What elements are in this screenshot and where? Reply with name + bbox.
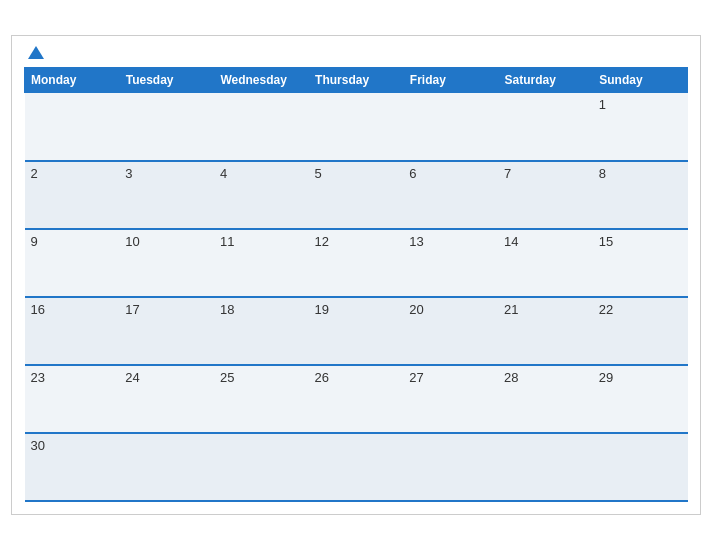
day-cell: [119, 433, 214, 501]
day-cell: 14: [498, 229, 593, 297]
weekday-header-monday: Monday: [25, 68, 120, 93]
day-number: 12: [315, 234, 329, 249]
week-row-5: 30: [25, 433, 688, 501]
day-cell: [593, 433, 688, 501]
day-number: 16: [31, 302, 45, 317]
day-number: 9: [31, 234, 38, 249]
day-cell: 15: [593, 229, 688, 297]
day-cell: 19: [309, 297, 404, 365]
day-number: 20: [409, 302, 423, 317]
day-number: 5: [315, 166, 322, 181]
day-number: 1: [599, 97, 606, 112]
calendar-tbody: 1234567891011121314151617181920212223242…: [25, 93, 688, 501]
day-number: 21: [504, 302, 518, 317]
week-row-4: 23242526272829: [25, 365, 688, 433]
day-cell: 26: [309, 365, 404, 433]
day-cell: 5: [309, 161, 404, 229]
day-cell: 20: [403, 297, 498, 365]
weekday-header-tuesday: Tuesday: [119, 68, 214, 93]
week-row-3: 16171819202122: [25, 297, 688, 365]
weekday-header-friday: Friday: [403, 68, 498, 93]
day-cell: 28: [498, 365, 593, 433]
week-row-2: 9101112131415: [25, 229, 688, 297]
day-cell: 4: [214, 161, 309, 229]
day-cell: 23: [25, 365, 120, 433]
day-number: 29: [599, 370, 613, 385]
day-cell: 29: [593, 365, 688, 433]
day-cell: 2: [25, 161, 120, 229]
day-cell: [25, 93, 120, 161]
day-number: 2: [31, 166, 38, 181]
day-number: 14: [504, 234, 518, 249]
day-cell: 21: [498, 297, 593, 365]
day-number: 6: [409, 166, 416, 181]
day-cell: 25: [214, 365, 309, 433]
day-cell: [498, 433, 593, 501]
day-cell: 12: [309, 229, 404, 297]
day-cell: 22: [593, 297, 688, 365]
weekday-header-row: MondayTuesdayWednesdayThursdayFridaySatu…: [25, 68, 688, 93]
day-cell: 27: [403, 365, 498, 433]
day-cell: [403, 433, 498, 501]
logo-line: [24, 46, 44, 59]
day-cell: 17: [119, 297, 214, 365]
day-cell: 8: [593, 161, 688, 229]
day-cell: [214, 433, 309, 501]
logo-triangle-icon: [28, 46, 44, 59]
day-number: 26: [315, 370, 329, 385]
day-number: 11: [220, 234, 234, 249]
calendar-container: MondayTuesdayWednesdayThursdayFridaySatu…: [11, 35, 701, 515]
day-number: 8: [599, 166, 606, 181]
weekday-header-saturday: Saturday: [498, 68, 593, 93]
week-row-0: 1: [25, 93, 688, 161]
day-number: 22: [599, 302, 613, 317]
weekday-header-thursday: Thursday: [309, 68, 404, 93]
day-cell: 16: [25, 297, 120, 365]
day-cell: [119, 93, 214, 161]
logo-area: [24, 46, 44, 59]
day-number: 3: [125, 166, 132, 181]
day-cell: 18: [214, 297, 309, 365]
day-cell: [403, 93, 498, 161]
day-number: 30: [31, 438, 45, 453]
day-cell: 7: [498, 161, 593, 229]
day-cell: 9: [25, 229, 120, 297]
day-cell: [214, 93, 309, 161]
weekday-header-wednesday: Wednesday: [214, 68, 309, 93]
day-cell: [309, 433, 404, 501]
day-cell: [498, 93, 593, 161]
day-number: 15: [599, 234, 613, 249]
day-number: 25: [220, 370, 234, 385]
calendar-grid: MondayTuesdayWednesdayThursdayFridaySatu…: [24, 67, 688, 502]
day-cell: 3: [119, 161, 214, 229]
day-number: 27: [409, 370, 423, 385]
day-number: 4: [220, 166, 227, 181]
day-number: 19: [315, 302, 329, 317]
day-cell: 13: [403, 229, 498, 297]
day-cell: 6: [403, 161, 498, 229]
day-cell: 30: [25, 433, 120, 501]
day-number: 7: [504, 166, 511, 181]
day-cell: 1: [593, 93, 688, 161]
day-number: 10: [125, 234, 139, 249]
calendar-header: [24, 46, 688, 59]
day-cell: 24: [119, 365, 214, 433]
day-number: 23: [31, 370, 45, 385]
calendar-thead: MondayTuesdayWednesdayThursdayFridaySatu…: [25, 68, 688, 93]
day-number: 28: [504, 370, 518, 385]
day-number: 13: [409, 234, 423, 249]
day-number: 17: [125, 302, 139, 317]
day-cell: [309, 93, 404, 161]
day-number: 18: [220, 302, 234, 317]
weekday-header-sunday: Sunday: [593, 68, 688, 93]
week-row-1: 2345678: [25, 161, 688, 229]
day-cell: 10: [119, 229, 214, 297]
day-cell: 11: [214, 229, 309, 297]
day-number: 24: [125, 370, 139, 385]
